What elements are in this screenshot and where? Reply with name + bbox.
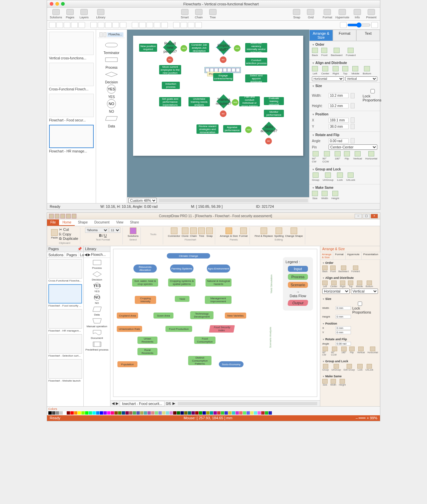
node-undertake[interactable]: Undertake training needs analysis — [188, 97, 210, 106]
node-yes1[interactable]: YES — [180, 45, 187, 52]
shape-process[interactable]: Process — [104, 55, 119, 69]
zoom-select[interactable]: Custom 48% — [128, 198, 157, 203]
color-swatch[interactable] — [210, 411, 213, 415]
color-swatch[interactable] — [114, 411, 118, 415]
group-tool[interactable] — [139, 22, 146, 28]
shape-document[interactable]: Document — [85, 329, 108, 340]
close-btn[interactable]: × — [371, 214, 378, 218]
color-swatch[interactable] — [155, 411, 158, 415]
color-swatch[interactable] — [236, 411, 239, 415]
layers-button[interactable]: Layers — [78, 9, 90, 19]
top-button[interactable]: Top — [348, 281, 353, 288]
lib-tab[interactable]: Flowcha... — [107, 32, 123, 37]
align-h[interactable]: Horizontal — [312, 76, 344, 81]
group-button[interactable]: Group — [312, 172, 319, 181]
shape-decision[interactable]: Decision — [104, 69, 119, 84]
shape-yes[interactable]: YESYES — [85, 283, 108, 293]
grid-button[interactable]: Grid — [305, 9, 317, 19]
back-button[interactable]: Back — [322, 266, 328, 273]
color-swatch[interactable] — [225, 411, 228, 415]
middle-button[interactable]: Middle — [352, 66, 360, 75]
color-swatch[interactable] — [261, 411, 265, 415]
node[interactable]: Agro-Environment — [207, 265, 230, 273]
color-swatch[interactable] — [195, 411, 198, 415]
canvas-win[interactable]: Legend : InputProcessScenario→Data FlowO… — [110, 246, 320, 406]
node[interactable]: Technology Development — [190, 311, 214, 319]
snap-button[interactable]: Snap — [291, 9, 303, 19]
change-shape-button[interactable]: Change Shape — [285, 227, 303, 237]
dup-btn[interactable]: ⧉ Duplicate — [59, 236, 78, 241]
color-swatch[interactable] — [232, 411, 235, 415]
rotate-tool[interactable] — [132, 22, 138, 28]
center-button[interactable]: Center — [321, 66, 329, 75]
zoom-slider[interactable] — [347, 22, 371, 28]
page-thumb[interactable] — [48, 259, 82, 279]
library-button[interactable]: Library — [95, 9, 107, 19]
page-thumb[interactable] — [48, 284, 82, 304]
node[interactable]: Cropland Area — [117, 313, 138, 319]
shape-decision[interactable]: Decision — [85, 271, 108, 281]
eyedropper-tool[interactable] — [188, 22, 194, 28]
top-button[interactable]: Top — [342, 66, 348, 75]
node-review[interactable]: Review reward strategies and remuneratio… — [196, 124, 219, 134]
unlock-button[interactable]: UnLock — [365, 364, 373, 371]
color-swatch[interactable] — [258, 411, 261, 415]
tree-button[interactable]: Tree — [207, 9, 219, 19]
node[interactable]: Cropping Intensity — [135, 296, 156, 304]
font-size[interactable]: 11 — [109, 227, 120, 233]
color-swatch[interactable] — [133, 411, 136, 415]
right-button[interactable]: Right — [340, 281, 345, 288]
node-conduct[interactable]: Conduct selection process — [245, 58, 267, 66]
angle-input[interactable] — [329, 138, 349, 143]
paste-icon[interactable] — [51, 229, 58, 236]
ellipse-tool[interactable] — [71, 22, 78, 28]
y-input[interactable] — [329, 124, 349, 129]
pin-select[interactable]: Center-Center — [329, 144, 377, 150]
color-swatch[interactable] — [158, 411, 162, 415]
bottom-button[interactable]: Bottom — [366, 281, 373, 288]
qat-undo[interactable] — [55, 214, 59, 218]
zoom-in-icon[interactable] — [371, 22, 378, 28]
smart-button[interactable]: Smart — [179, 9, 191, 19]
color-swatch[interactable] — [56, 411, 59, 415]
pages-button[interactable]: Pages — [64, 9, 76, 19]
solutions-icon[interactable] — [130, 227, 136, 234]
front-button[interactable]: Front — [330, 266, 336, 273]
tab-view[interactable]: View — [113, 219, 127, 226]
snap-button[interactable]: Snap — [206, 227, 213, 237]
tab-home[interactable]: Home — [59, 219, 75, 226]
height-button[interactable]: Height — [339, 379, 346, 386]
node-select[interactable]: Select and appoint employee — [245, 74, 267, 82]
canvas[interactable]: Process New position requiredRecruit new… — [127, 30, 309, 203]
zoom-tool[interactable] — [173, 22, 180, 28]
solutions-button[interactable]: Solutions — [50, 9, 62, 19]
lock-button[interactable]: Lock — [357, 364, 363, 371]
node-move[interactable]: Move current employee to the new positio… — [159, 65, 181, 74]
tab-format[interactable]: Format — [333, 30, 357, 41]
node-consider[interactable]: Consider Job analysis Job description — [189, 43, 209, 52]
node[interactable]: Climate Change — [167, 253, 210, 259]
node[interactable]: Distinct Consumption Patterns — [188, 356, 211, 365]
width-input[interactable] — [329, 93, 349, 98]
middle-button[interactable]: Middle — [356, 281, 363, 288]
node[interactable]: Food Consumption — [194, 337, 216, 344]
180--button[interactable]: 180° — [335, 151, 341, 163]
table-tool[interactable] — [78, 22, 85, 28]
tree-button[interactable]: Tree — [198, 227, 205, 237]
tab-share[interactable]: Share — [127, 219, 142, 226]
node[interactable]: Socio-Economy — [219, 361, 244, 367]
ungroup-button[interactable]: UnGroup — [323, 172, 333, 181]
color-swatch[interactable] — [85, 411, 88, 415]
node[interactable]: Food Production — [165, 326, 192, 332]
node-induction[interactable]: Induction process — [162, 82, 180, 89]
h-scrollbar[interactable] — [178, 402, 317, 405]
width2[interactable] — [336, 306, 351, 310]
color-swatch[interactable] — [122, 411, 125, 415]
callout-tool[interactable] — [120, 22, 126, 28]
arc-tool[interactable] — [98, 22, 104, 28]
center-button[interactable]: Center — [330, 281, 337, 288]
chain-button[interactable]: Chain — [190, 227, 197, 237]
node[interactable]: Population — [117, 361, 137, 367]
color-swatch[interactable] — [173, 411, 176, 415]
height-input[interactable] — [329, 103, 349, 108]
